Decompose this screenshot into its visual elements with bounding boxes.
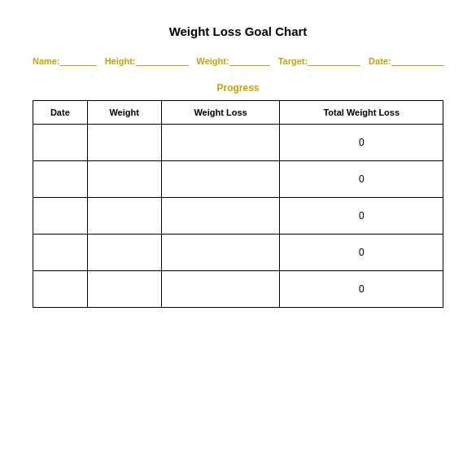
date-label: Date: [369,56,391,66]
cell-total-weight-loss-3: 0 [280,235,443,271]
page-container: Weight Loss Goal Chart Name: Height: Wei… [0,0,476,456]
cell-total-weight-loss-1: 0 [280,161,443,198]
col-header-weight-loss: Weight Loss [161,101,280,125]
col-header-date: Date [33,101,88,125]
cell-weight-4[interactable] [87,271,161,308]
cell-weight-loss-2[interactable] [161,198,280,235]
cell-weight-loss-3[interactable] [161,235,280,271]
page-title: Weight Loss Goal Chart [33,24,443,38]
weight-label: Weight: [197,56,229,66]
name-field-line[interactable] [60,56,97,66]
cell-total-weight-loss-2: 0 [280,198,443,235]
cell-weight-loss-4[interactable] [161,271,280,308]
table-row: 0 [33,235,443,271]
cell-total-weight-loss-0: 0 [280,125,443,161]
cell-weight-loss-0[interactable] [161,125,280,161]
table-row: 0 [33,271,443,308]
col-header-total-weight-loss: Total Weight Loss [280,101,443,125]
cell-weight-1[interactable] [87,161,161,198]
cell-date-1[interactable] [33,161,88,198]
height-field-line[interactable] [136,56,189,66]
table-header-row: Date Weight Weight Loss Total Weight Los… [33,101,443,125]
progress-label: Progress [33,82,443,94]
cell-total-weight-loss-4: 0 [280,271,443,308]
cell-date-0[interactable] [33,125,88,161]
date-field-line[interactable] [391,56,444,66]
target-label: Target: [278,56,308,66]
cell-weight-2[interactable] [87,198,161,235]
form-fields: Name: Height: Weight: Target: Date: [33,56,443,66]
cell-weight-loss-1[interactable] [161,161,280,198]
progress-table: Date Weight Weight Loss Total Weight Los… [33,100,443,308]
col-header-weight: Weight [87,101,161,125]
cell-date-2[interactable] [33,198,88,235]
cell-date-4[interactable] [33,271,88,308]
table-row: 0 [33,198,443,235]
height-label: Height: [105,56,136,66]
name-label: Name: [33,56,60,66]
weight-field-line[interactable] [229,56,270,66]
target-field-line[interactable] [308,56,360,66]
cell-weight-0[interactable] [87,125,161,161]
cell-weight-3[interactable] [87,235,161,271]
table-row: 0 [33,125,443,161]
table-row: 0 [33,161,443,198]
cell-date-3[interactable] [33,235,88,271]
